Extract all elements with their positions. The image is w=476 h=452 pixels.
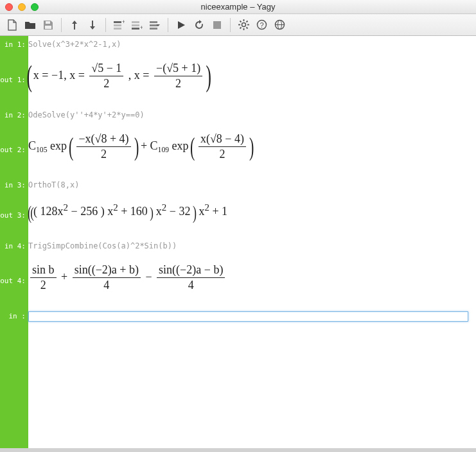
cell-in-2: in 2: OdeSolve(y''+4*y'+2*y==0) (28, 107, 468, 123)
math-out-3: ((( 128x2 − 256 ) x2 + 160 ) x2 − 32 ) x… (28, 193, 468, 238)
label-out-3: out 3: (0, 211, 28, 220)
code-in-3[interactable]: OrthoT(8,x) (28, 177, 468, 193)
tb-sep (168, 18, 168, 32)
svg-rect-8 (132, 28, 139, 30)
minimize-icon[interactable] (18, 3, 26, 11)
help-button[interactable]: ? (253, 17, 270, 33)
input-field[interactable] (28, 311, 468, 322)
label-in-3: in 3: (0, 181, 28, 189)
move-up-button[interactable] (66, 17, 83, 33)
svg-rect-1 (45, 26, 51, 29)
label-in-2: in 2: (0, 111, 28, 119)
tb-sep (230, 18, 231, 32)
tb-sep (61, 18, 62, 32)
window-titlebar: niceexample – Yagy (0, 0, 476, 14)
cell-in-3: in 3: OrthoT(8,x) (28, 177, 468, 193)
svg-text:?: ? (260, 21, 263, 29)
math-out-4: sin b2 + sin((−2)a + b)4 − sin((−2)a − b… (28, 254, 468, 308)
open-file-button[interactable] (22, 17, 39, 33)
label-in-1: in 1: (0, 40, 28, 49)
cell-out-1: out 1: ( x = −1, x = √5 − 12 , x = −(√5 … (28, 53, 468, 107)
svg-rect-11 (150, 24, 157, 26)
math-out-1: ( x = −1, x = √5 − 12 , x = −(√5 + 1)2 ) (28, 53, 468, 107)
main-toolbar: + + ? (0, 14, 476, 36)
svg-rect-3 (114, 24, 121, 26)
save-button[interactable] (40, 17, 57, 33)
move-down-button[interactable] (84, 17, 101, 33)
tb-sep (105, 18, 106, 32)
code-in-4[interactable]: TrigSimpCombine(Cos(a)^2*Sin(b)) (28, 238, 468, 254)
svg-line-21 (240, 28, 241, 29)
svg-line-22 (246, 21, 247, 22)
svg-rect-6 (132, 21, 139, 23)
svg-line-19 (240, 21, 241, 22)
svg-line-20 (246, 28, 247, 29)
svg-text:+: + (122, 20, 125, 25)
svg-rect-7 (132, 24, 139, 26)
cell-in-new: in : (28, 308, 468, 324)
window-title: niceexample – Yagy (0, 2, 476, 12)
svg-text:+: + (140, 24, 143, 30)
label-out-4: out 4: (0, 277, 28, 285)
svg-rect-12 (150, 28, 157, 30)
math-out-2: C105 exp ( −x(√8 + 4)2 ) + C109 exp ( x(… (28, 123, 468, 177)
label-out-2: out 2: (0, 146, 28, 154)
stop-button[interactable] (209, 17, 225, 33)
globe-button[interactable] (271, 17, 288, 33)
svg-rect-13 (213, 21, 221, 29)
cell-out-3: out 3: ((( 128x2 − 256 ) x2 + 160 ) x2 −… (28, 193, 468, 238)
close-icon[interactable] (5, 3, 13, 11)
list-menu-button[interactable] (146, 17, 163, 33)
svg-rect-4 (114, 28, 121, 30)
cell-in-1: in 1: Solve(x^3+2*x^2-1,x) (28, 36, 468, 53)
run-button[interactable] (173, 17, 190, 33)
insert-below-button[interactable]: + (128, 17, 145, 33)
settings-button[interactable] (235, 17, 252, 33)
insert-above-button[interactable]: + (110, 17, 127, 33)
cell-out-2: out 2: C105 exp ( −x(√8 + 4)2 ) + C109 e… (28, 123, 468, 177)
svg-rect-2 (114, 21, 121, 23)
svg-rect-0 (46, 21, 50, 24)
reload-button[interactable] (191, 17, 207, 33)
maximize-icon[interactable] (31, 3, 39, 11)
svg-rect-10 (150, 21, 157, 23)
cell-in-4: in 4: TrigSimpCombine(Cos(a)^2*Sin(b)) (28, 238, 468, 254)
cell-out-4: out 4: sin b2 + sin((−2)a + b)4 − sin((−… (28, 254, 468, 308)
new-file-button[interactable] (4, 17, 21, 33)
window-controls (5, 3, 39, 11)
svg-point-14 (242, 23, 245, 27)
notebook-area: in 1: Solve(x^3+2*x^2-1,x) out 1: ( x = … (0, 36, 476, 452)
label-out-1: out 1: (0, 76, 28, 84)
code-in-2[interactable]: OdeSolve(y''+4*y'+2*y==0) (28, 107, 468, 123)
code-in-1[interactable]: Solve(x^3+2*x^2-1,x) (28, 36, 468, 53)
label-in-4: in 4: (0, 242, 28, 250)
label-in-new: in : (0, 312, 28, 320)
